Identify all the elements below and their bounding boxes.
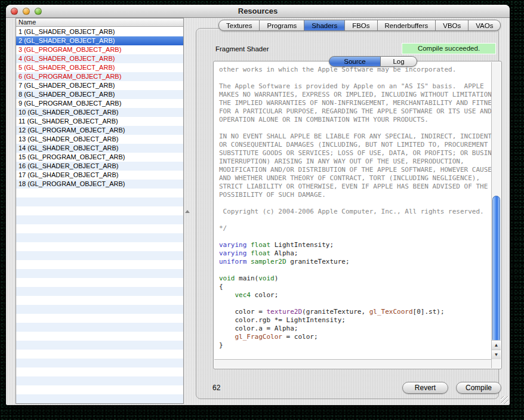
desktop-background: Resources Name 1 (GL_SHADER_OBJECT_ARB)2…	[0, 0, 524, 420]
code-line: FOR A PARTICULAR PURPOSE, REGARDING THE …	[219, 107, 491, 116]
vertical-scrollbar[interactable]: ▲ ▼	[491, 62, 501, 368]
code-line: vec4 color;	[219, 291, 491, 299]
list-item[interactable]: 16 (GL_SHADER_OBJECT_ARB)	[16, 162, 183, 171]
list-item-label: 6 (GL_PROGRAM_OBJECT_ARB)	[19, 73, 121, 80]
code-line: POSSIBILITY OF SUCH DAMAGE.	[219, 191, 491, 199]
list-item[interactable]: 18 (GL_PROGRAM_OBJECT_ARB)	[16, 180, 183, 189]
list-item-label: 12 (GL_PROGRAM_OBJECT_ARB)	[19, 126, 125, 134]
tab-fbos[interactable]: FBOs	[345, 20, 377, 31]
list-item[interactable]: 7 (GL_SHADER_OBJECT_ARB)	[16, 81, 183, 90]
list-column-header-name[interactable]: Name	[16, 18, 183, 27]
list-item[interactable]: 9 (GL_PROGRAM_OBJECT_ARB)	[16, 99, 183, 108]
list-item-label: 11 (GL_SHADER_OBJECT_ARB)	[19, 118, 118, 125]
code-line: varying float Alpha;	[219, 249, 491, 258]
list-item[interactable]: 17 (GL_SHADER_OBJECT_ARB)	[16, 171, 183, 180]
tab-strip: TexturesProgramsShadersFBOsRenderbuffers…	[218, 20, 501, 31]
code-line: color = texture2D(graniteTexture, gl_Tex…	[219, 308, 491, 316]
code-line: uniform sampler2D graniteTexture;	[219, 258, 491, 266]
resize-grip-icon[interactable]	[501, 396, 508, 404]
code-line: SUBSTITUTE GOODS OR SERVICES; LOSS OF US…	[219, 149, 491, 158]
code-line: STRICT LIABILITY OR OTHERWISE, EVEN IF A…	[219, 183, 491, 191]
code-line: }	[219, 341, 491, 350]
tab-textures[interactable]: Textures	[218, 20, 260, 31]
list-item[interactable]: 3 (GL_PROGRAM_OBJECT_ARB)	[16, 45, 183, 54]
code-line	[219, 216, 491, 224]
list-item-label: 9 (GL_PROGRAM_OBJECT_ARB)	[19, 100, 121, 107]
segment-log[interactable]: Log	[381, 56, 417, 67]
window-title: Resources	[6, 7, 510, 16]
code-line	[219, 233, 491, 241]
list-item[interactable]: 2 (GL_SHADER_OBJECT_ARB)	[16, 36, 183, 45]
shader-id-label: 62	[212, 384, 220, 392]
list-item-label: 10 (GL_SHADER_OBJECT_ARB)	[19, 109, 119, 116]
list-filler-row	[16, 332, 183, 341]
list-filler-row	[16, 251, 183, 260]
list-filler-row	[16, 269, 183, 278]
title-bar[interactable]: Resources	[6, 5, 510, 18]
source-log-segmented-control: SourceLog	[329, 56, 417, 67]
code-line	[219, 124, 491, 132]
list-item[interactable]: 12 (GL_PROGRAM_OBJECT_ARB)	[16, 126, 183, 135]
splitter-handle-icon[interactable]	[185, 210, 190, 213]
tab-vbos[interactable]: VBOs	[436, 20, 468, 31]
list-filler-row	[16, 368, 183, 376]
list-filler-row	[16, 197, 183, 206]
code-line: INTERRUPTION) ARISING IN ANY WAY OUT OF …	[219, 158, 491, 166]
code-line: other works in which the Apple Software …	[219, 66, 491, 74]
tab-renderbuffers[interactable]: Renderbuffers	[378, 20, 436, 31]
list-item-label: 14 (GL_SHADER_OBJECT_ARB)	[19, 144, 119, 152]
scrollbar-thumb[interactable]	[492, 196, 500, 344]
code-line: OPERATION ALONE OR IN COMBINATION WITH Y…	[219, 116, 491, 124]
code-line: MAKES NO WARRANTIES, EXPRESS OR IMPLIED,…	[219, 91, 491, 99]
scroll-up-arrow-icon[interactable]: ▲	[492, 340, 501, 350]
list-item-label: 7 (GL_SHADER_OBJECT_ARB)	[19, 82, 115, 89]
list-item[interactable]: 4 (GL_SHADER_OBJECT_ARB)	[16, 54, 183, 63]
list-filler-row	[16, 359, 183, 368]
list-filler-row	[16, 385, 183, 394]
code-line: MODIFICATION AND/OR DISTRIBUTION OF THE …	[219, 166, 491, 174]
list-filler-row	[16, 323, 183, 332]
list-item[interactable]: 6 (GL_PROGRAM_OBJECT_ARB)	[16, 72, 183, 81]
list-filler-row	[16, 305, 183, 314]
tab-programs[interactable]: Programs	[260, 20, 304, 31]
code-line: {	[219, 283, 491, 291]
shader-source-code[interactable]: other works in which the Apple Software …	[214, 61, 491, 359]
list-filler-row	[16, 260, 183, 269]
list-item-label: 13 (GL_SHADER_OBJECT_ARB)	[19, 135, 119, 143]
code-line: OR CONSEQUENTIAL DAMAGES (INCLUDING, BUT…	[219, 141, 491, 149]
list-item-label: 1 (GL_SHADER_OBJECT_ARB)	[19, 28, 115, 35]
list-item-label: 18 (GL_PROGRAM_OBJECT_ARB)	[19, 180, 125, 187]
shaders-panel: Fragment Shader Compile succeeded. Sourc…	[196, 28, 499, 399]
list-item[interactable]: 13 (GL_SHADER_OBJECT_ARB)	[16, 135, 183, 144]
horizontal-scrollbar[interactable]	[214, 359, 491, 368]
code-line	[219, 299, 491, 308]
tab-shaders[interactable]: Shaders	[304, 20, 345, 31]
list-item[interactable]: 10 (GL_SHADER_OBJECT_ARB)	[16, 108, 183, 117]
code-line	[219, 199, 491, 208]
list-item[interactable]: 15 (GL_PROGRAM_OBJECT_ARB)	[16, 153, 183, 162]
list-filler-row	[16, 287, 183, 296]
code-line	[219, 74, 491, 82]
list-item-label: 3 (GL_PROGRAM_OBJECT_ARB)	[19, 46, 121, 53]
list-item[interactable]: 8 (GL_SHADER_OBJECT_ARB)	[16, 90, 183, 99]
scroll-down-arrow-icon[interactable]: ▼	[492, 350, 501, 359]
segment-source[interactable]: Source	[329, 56, 381, 67]
list-item-label: 5 (GL_SHADER_OBJECT_ARB)	[19, 64, 115, 71]
list-filler-row	[16, 278, 183, 287]
list-item[interactable]: 1 (GL_SHADER_OBJECT_ARB)	[16, 27, 183, 36]
list-item-label: 15 (GL_PROGRAM_OBJECT_ARB)	[19, 153, 125, 160]
list-filler-row	[16, 224, 183, 233]
list-item[interactable]: 14 (GL_SHADER_OBJECT_ARB)	[16, 144, 183, 153]
list-item[interactable]: 11 (GL_SHADER_OBJECT_ARB)	[16, 117, 183, 126]
tab-vaos[interactable]: VAOs	[468, 20, 501, 31]
list-filler-row	[16, 296, 183, 305]
revert-button[interactable]: Revert	[402, 382, 448, 394]
list-filler-row	[16, 350, 183, 359]
compile-status-badge: Compile succeeded.	[402, 43, 496, 54]
list-filler-row	[16, 394, 183, 403]
list-item-label: 17 (GL_SHADER_OBJECT_ARB)	[19, 171, 119, 178]
code-line: gl_FragColor = color;	[219, 333, 491, 341]
compile-button[interactable]: Compile	[456, 382, 501, 394]
code-line: */	[219, 224, 491, 233]
list-item[interactable]: 5 (GL_SHADER_OBJECT_ARB)	[16, 63, 183, 72]
